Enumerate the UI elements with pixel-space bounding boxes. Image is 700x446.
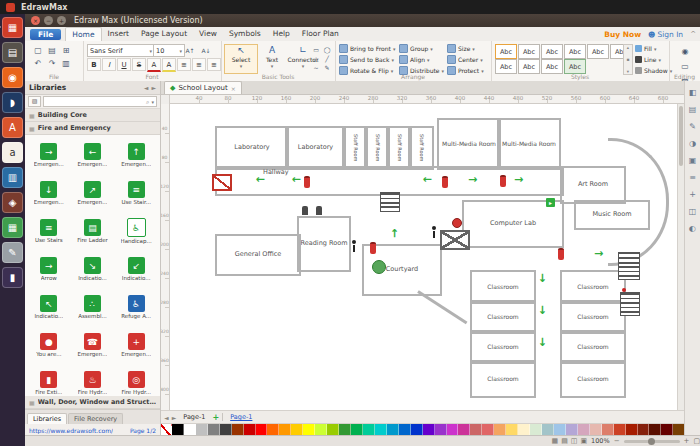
scrollbar-thumb[interactable] — [679, 106, 683, 166]
dock-right-icon[interactable]: ► — [151, 84, 156, 91]
arrange-bring-to-front-button[interactable]: Bring to Front▾ — [339, 44, 395, 53]
previous-page-icon[interactable]: ◄ — [164, 414, 169, 421]
library-panel-icon[interactable]: ▤ — [689, 106, 697, 114]
launcher-terminal-icon[interactable]: ▮ — [2, 267, 23, 288]
ribbon-tab-insert[interactable]: Insert — [102, 27, 136, 41]
ribbon-tab-view[interactable]: View — [193, 27, 223, 41]
exit-route-arrow[interactable]: → — [389, 229, 400, 238]
room-classroom[interactable]: Classroom — [560, 360, 626, 398]
undo-icon[interactable]: ↶ — [31, 57, 45, 70]
exit-route-arrow[interactable]: → — [537, 337, 548, 346]
drawing-canvas[interactable]: LaboratoryLaboratoryStaff RoomStaff Room… — [170, 104, 677, 410]
pen-panel-icon[interactable]: ✎ — [689, 123, 696, 131]
room-laboratory[interactable]: Laboratory — [215, 126, 289, 170]
room-laboratory[interactable]: Laboratory — [285, 126, 346, 170]
next-page-icon[interactable]: ► — [172, 414, 177, 421]
library-item-refuge-a-[interactable]: ♿Refuge A... — [114, 288, 158, 326]
room-staff-room[interactable]: Staff Room — [408, 126, 434, 170]
arrange-align-button[interactable]: Align▾ — [399, 55, 430, 64]
collapse-ribbon-icon[interactable]: ^ — [690, 30, 696, 38]
library-item-fire-hydr-[interactable]: ♨Fire Hydr... — [71, 364, 115, 396]
library-item-fire-ladder[interactable]: ▤Fire Ladder — [71, 212, 115, 250]
elevator-symbol[interactable] — [440, 230, 470, 250]
launcher-firefox-icon[interactable]: ◉ — [2, 67, 23, 88]
room-classroom[interactable]: Classroom — [470, 330, 536, 364]
fire-extinguisher-symbol[interactable] — [442, 176, 448, 188]
room-multi-media-room[interactable]: Multi-Media Room — [437, 118, 501, 170]
library-item-emergen-[interactable]: ↗Emergen... — [71, 174, 115, 212]
launcher-gimp-icon[interactable]: ◈ — [2, 192, 23, 213]
room-classroom[interactable]: Classroom — [560, 300, 626, 334]
exit-route-arrow[interactable]: → — [292, 174, 301, 185]
zoom-out-icon[interactable]: − — [614, 437, 620, 445]
zoom-slider[interactable] — [624, 440, 680, 443]
line-button[interactable]: Line▾ — [635, 56, 661, 63]
library-item-emergen-[interactable]: ☎Emergen... — [71, 326, 115, 364]
add-page-icon[interactable]: + — [212, 413, 219, 422]
font-color-button[interactable]: A — [147, 58, 161, 72]
restroom-symbol[interactable] — [302, 206, 308, 215]
exit-route-arrow[interactable]: → — [256, 174, 265, 185]
library-item-indicatio-[interactable]: ↖Indicatio... — [27, 288, 71, 326]
font-family-select[interactable]: Sans Serif▾ — [87, 44, 155, 57]
fire-extinguisher-symbol[interactable] — [304, 176, 310, 188]
find-replace-icon[interactable]: ◉ — [678, 45, 692, 58]
room-classroom[interactable]: Classroom — [560, 270, 626, 304]
theme-panel-icon[interactable]: ◑ — [689, 140, 696, 148]
exit-route-arrow[interactable]: → — [594, 248, 603, 259]
room-classroom[interactable]: Classroom — [470, 270, 536, 304]
pages-panel-icon[interactable]: ◫ — [689, 208, 697, 216]
clipart-panel-icon[interactable]: ◐ — [689, 225, 696, 233]
courtyard-tree-symbol[interactable] — [372, 260, 386, 274]
room-classroom[interactable]: Classroom — [470, 360, 536, 398]
search-options-icon[interactable]: ▾ — [151, 99, 154, 105]
minimize-window-icon[interactable]: − — [44, 16, 53, 25]
fill-button[interactable]: Fill▾ — [635, 45, 657, 52]
save-icon[interactable]: ⊞ — [59, 44, 73, 57]
arrange-size-button[interactable]: Size▾ — [447, 44, 475, 53]
fire-extinguisher-symbol[interactable] — [370, 242, 376, 254]
new-file-icon[interactable]: ▢ — [31, 44, 45, 57]
page-tab-1[interactable]: Page-1 — [179, 413, 209, 421]
ribbon-tab-page-layout[interactable]: Page Layout — [135, 27, 193, 41]
panel-tab-file-recovery[interactable]: File Recovery — [68, 413, 123, 424]
ribbon-tab-home[interactable]: Home — [65, 27, 101, 42]
style-preset-tile[interactable]: Abc — [564, 59, 586, 74]
library-item-you-are-[interactable]: ●You are... — [27, 326, 71, 364]
align-center-button[interactable]: ≡ — [192, 58, 206, 71]
style-preset-tile[interactable]: Abc — [587, 44, 609, 59]
edrawsoft-link[interactable]: https://www.edrawsoft.com/ — [29, 427, 113, 434]
style-preset-tile[interactable]: Abc — [564, 44, 586, 59]
exit-route-arrow[interactable]: → — [468, 174, 477, 185]
select-all-icon[interactable]: ▭ — [678, 60, 692, 73]
grid-view-icon[interactable]: ▣ — [580, 437, 587, 445]
redo-icon[interactable]: ↷ — [45, 57, 59, 70]
document-tab-school-layout[interactable]: ◆ School Layout × — [164, 81, 242, 94]
person-symbol[interactable] — [432, 226, 436, 238]
fire-extinguisher-symbol[interactable] — [500, 175, 506, 187]
stairs-symbol[interactable] — [618, 252, 640, 280]
style-preset-tile[interactable]: Abc — [541, 59, 563, 74]
library-search-input[interactable]: ⌕ ▾ — [43, 96, 157, 107]
stairs-symbol[interactable] — [620, 292, 640, 316]
buy-now-link[interactable]: Buy Now — [604, 30, 641, 39]
library-section-wall-door-window[interactable]: ▦ Wall, Door, Window and Structure — [25, 396, 160, 409]
curved-wall[interactable] — [608, 138, 669, 266]
room-multi-media-room[interactable]: Multi-Media Room — [497, 118, 561, 170]
panel-tab-libraries[interactable]: Libraries — [27, 413, 67, 424]
arrange-send-to-back-button[interactable]: Send to Back▾ — [339, 55, 394, 64]
outline-panel-icon[interactable]: ≡ — [689, 174, 696, 182]
layers-panel-icon[interactable]: ▣ — [689, 157, 697, 165]
library-item-handicap-[interactable]: ♿Handicap... — [114, 212, 158, 250]
launcher-software-center-icon[interactable]: A — [2, 117, 23, 138]
insert-panel-icon[interactable]: + — [689, 191, 696, 199]
ribbon-tab-symbols[interactable]: Symbols — [223, 27, 267, 41]
library-item-indicatio-[interactable]: ↘Indicatio... — [71, 250, 115, 288]
room-classroom[interactable]: Classroom — [470, 300, 536, 334]
library-item-emergen-[interactable]: ↑Emergen... — [114, 136, 158, 174]
library-item-assembl-[interactable]: ∴Assembl... — [71, 288, 115, 326]
arrange-group-button[interactable]: Group▾ — [399, 44, 433, 53]
bold-button[interactable]: B — [87, 58, 101, 71]
exit-route-arrow[interactable]: → — [537, 273, 548, 282]
maximize-window-icon[interactable]: + — [57, 16, 66, 25]
